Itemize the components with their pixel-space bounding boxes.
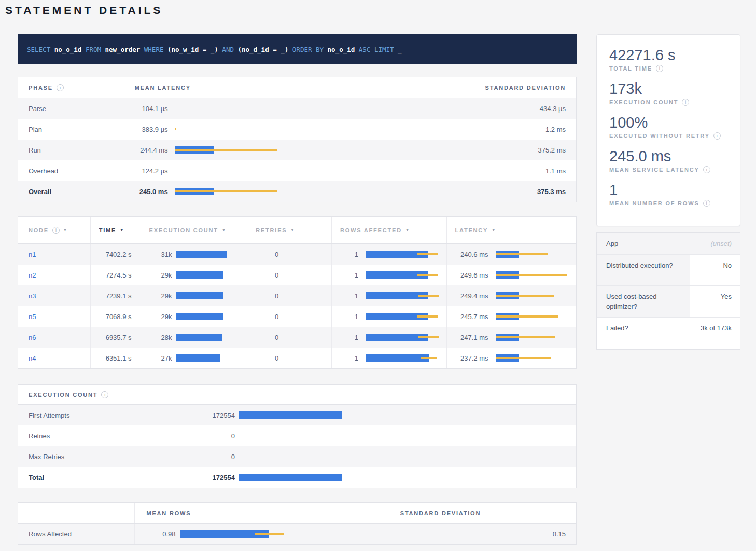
- stddev-bar: [496, 295, 554, 297]
- property-label: Failed?: [597, 318, 690, 349]
- info-icon[interactable]: i: [656, 65, 663, 72]
- bar-chart: [496, 313, 573, 320]
- property-row: Failed?3k of 173k: [597, 317, 740, 349]
- sql-identifier: (no_d_id = _): [237, 46, 288, 53]
- info-icon[interactable]: i: [703, 166, 710, 173]
- execution-count-value: 31k: [149, 251, 172, 258]
- node-header-cell-time[interactable]: TIME▼: [90, 217, 141, 243]
- statement-details-page: STATEMENT DETAILS SELECT no_o_id FROM ne…: [0, 0, 756, 545]
- property-row: Distributed execution?No: [597, 254, 740, 285]
- bar-chart: [283, 313, 300, 320]
- retries-cell: 0: [247, 285, 331, 306]
- node-time-value: 7402.2 s: [90, 244, 141, 265]
- retries-value: 0: [256, 313, 278, 321]
- rows-affected-cell: 1: [331, 306, 446, 327]
- bar-chart: [239, 474, 353, 481]
- node-cell: n3: [18, 285, 90, 306]
- property-row: App(unset): [597, 233, 740, 254]
- info-icon[interactable]: i: [57, 84, 64, 91]
- mean-latency-cell: 124.2 µs: [125, 160, 396, 181]
- stddev-bar: [175, 149, 277, 151]
- stddev-bar: [417, 315, 438, 318]
- rows-header-cell: MEAN ROWS: [134, 503, 400, 523]
- exec-row: Total172554: [18, 467, 576, 488]
- latency-value: 240.6 ms: [455, 251, 488, 258]
- bar-chart: [366, 334, 440, 341]
- stat-label: EXECUTED WITHOUT RETRYi: [609, 132, 727, 140]
- latency-value: 249.4 ms: [455, 292, 488, 300]
- stat-block: 100%EXECUTED WITHOUT RETRYi: [609, 114, 727, 140]
- sort-arrow-icon: ▼: [290, 228, 295, 232]
- bar-chart: [175, 167, 381, 174]
- sort-arrow-icon: ▼: [120, 228, 124, 232]
- retries-value: 0: [256, 334, 278, 341]
- column-header-label: PHASE: [29, 85, 53, 91]
- std-dev-value: 1.2 ms: [396, 119, 576, 140]
- node-time-value: 7239.1 s: [90, 285, 141, 306]
- stat-label-text: EXECUTED WITHOUT RETRY: [609, 133, 710, 139]
- stddev-bar: [255, 533, 284, 535]
- std-dev-value: 375.2 ms: [396, 140, 576, 160]
- exec-row-value: 172554: [189, 411, 235, 419]
- node-link[interactable]: n3: [29, 292, 36, 300]
- sort-arrow-icon: ▼: [405, 228, 410, 232]
- bar-chart: [283, 354, 300, 362]
- sql-identifier: (no_w_id = _): [167, 46, 218, 53]
- execution-count-cell: 29k: [141, 285, 247, 306]
- phase-header-cell: MEAN LATENCY: [125, 77, 396, 98]
- rows-affected-cell: 1: [331, 244, 446, 265]
- column-header-label: MEAN LATENCY: [135, 85, 191, 91]
- property-value: (unset): [690, 233, 740, 254]
- rows-affected-value: 1: [340, 292, 358, 300]
- bar-chart: [176, 313, 229, 320]
- rows-affected-value: 1: [340, 313, 358, 321]
- stddev-bar: [496, 336, 555, 338]
- node-header-cell-latency[interactable]: LATENCY▼: [446, 217, 576, 243]
- info-icon[interactable]: i: [52, 227, 60, 234]
- info-icon[interactable]: i: [703, 200, 710, 207]
- node-link[interactable]: n6: [29, 334, 36, 341]
- sql-statement: SELECT no_o_id FROM new_order WHERE (no_…: [27, 46, 402, 53]
- stat-label-text: EXECUTION COUNT: [609, 99, 678, 105]
- sql-keyword: ORDER BY: [292, 46, 324, 53]
- exec-row: First Attempts172554: [18, 405, 576, 425]
- node-link[interactable]: n5: [29, 313, 36, 321]
- phase-label: Plan: [18, 119, 125, 140]
- latency-value: 237.2 ms: [455, 354, 488, 362]
- rows-std-dev-value: 0.15: [400, 524, 576, 544]
- node-link[interactable]: n1: [29, 251, 36, 258]
- node-header-cell-rows-affected[interactable]: ROWS AFFECTED▼: [331, 217, 446, 243]
- node-header-cell-execution-count[interactable]: EXECUTION COUNT▼: [141, 217, 247, 243]
- info-icon[interactable]: i: [101, 391, 108, 398]
- info-icon[interactable]: i: [713, 132, 721, 140]
- column-header-label: STANDARD DEVIATION: [485, 85, 566, 91]
- execution-count-cell: 27k: [141, 348, 247, 368]
- exec-row-value: 0: [189, 453, 235, 461]
- mean-rows-cell: 0.98: [134, 524, 400, 544]
- sql-identifier: _: [398, 46, 402, 53]
- latency-cell: 245.7 ms: [446, 306, 576, 327]
- node-header-cell-node[interactable]: NODEi▼: [18, 217, 90, 243]
- bar-chart: [366, 292, 440, 299]
- node-header-cell-retries[interactable]: RETRIES▼: [247, 217, 331, 243]
- column-header-label: RETRIES: [256, 227, 287, 233]
- node-time-value: 7068.9 s: [90, 306, 141, 327]
- rows-affected-cell: 1: [331, 265, 446, 285]
- retries-value: 0: [256, 354, 278, 362]
- stat-block: 173kEXECUTION COUNTi: [609, 80, 727, 106]
- sql-identifier: no_o_id: [54, 46, 82, 53]
- exec-row: Retries0: [18, 425, 576, 446]
- stat-value: 42271.6 s: [609, 46, 727, 64]
- sql-keyword: FROM: [86, 46, 101, 53]
- mean-latency-value: 244.4 ms: [135, 146, 168, 154]
- bar-chart: [175, 126, 381, 133]
- node-link[interactable]: n2: [29, 271, 36, 279]
- phase-label: Overhead: [18, 160, 125, 181]
- node-link[interactable]: n4: [29, 354, 36, 362]
- rows-affected-cell: 1: [331, 327, 446, 348]
- node-cell: n2: [18, 265, 90, 285]
- bar-chart: [176, 271, 229, 279]
- exec-row-value: 172554: [189, 474, 235, 481]
- info-icon[interactable]: i: [682, 99, 689, 106]
- bar-chart: [496, 334, 573, 341]
